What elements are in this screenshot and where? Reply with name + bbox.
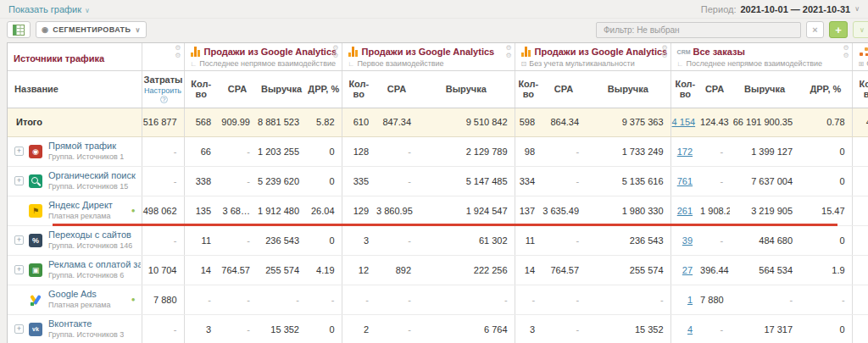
source-name-link[interactable]: Google Ads (48, 289, 111, 301)
group-ga-no-multichannel: Продажи из Google Analytics ⊡Без учета м… (515, 43, 670, 70)
expand-row-button[interactable]: + (14, 147, 24, 156)
top-bar: Показать график∨ Период: 2021-10-01 — 20… (0, 0, 868, 19)
column-header-count[interactable]: Кол-во (515, 70, 542, 108)
table-cell: 255 574 (257, 255, 306, 285)
table-cell: 61 302 (418, 225, 515, 255)
table-cell: 0 (306, 166, 342, 196)
source-name-link[interactable]: Вконтакте (48, 318, 124, 330)
expand-row-button[interactable]: + (14, 235, 24, 245)
table-cell: 9 375 363 (586, 108, 670, 136)
source-name-link[interactable]: Органический поиск (48, 170, 136, 182)
column-header-revenue[interactable]: Выручка (418, 70, 515, 108)
table-cell: - (376, 285, 418, 314)
source-name-cell: +ВконтактеГруппа. Источников 3 (8, 314, 142, 343)
source-name-link[interactable]: Переходы с сайтов (48, 230, 132, 241)
attribution-icon: ∟ (348, 60, 355, 68)
table-cell: 7 637 004 (730, 166, 799, 196)
table-cell: 864.34 (542, 108, 586, 136)
table-cell: - (218, 285, 257, 314)
segment-button[interactable]: ◉ СЕГМЕНТИРОВАТЬ ∨ (36, 21, 147, 38)
column-header-count[interactable]: Кол-во (670, 70, 699, 108)
bar-chart-icon (191, 47, 201, 57)
column-settings-gears-icon[interactable]: ⚙⚙ (175, 44, 181, 59)
column-settings-gears-icon[interactable]: ⚙⚙ (332, 44, 338, 59)
table-cell: 0 (306, 225, 342, 255)
orders-count-link[interactable]: 172 (677, 147, 693, 157)
table-cell: 7 880 (699, 285, 730, 314)
group-subtitle: Без учета мультиканальности (529, 59, 634, 68)
table-cell: 761 (670, 166, 699, 196)
column-header-drr[interactable]: ДРР, % (799, 70, 852, 108)
column-settings-gears-icon[interactable]: ⚙⚙ (661, 44, 667, 59)
column-header-name[interactable]: Название (8, 70, 142, 108)
table-cell: 124.43 (699, 108, 730, 136)
show-chart-label: Показать график (8, 4, 81, 14)
column-header-drr[interactable]: ДРР, % (306, 70, 342, 108)
table-cell (852, 314, 868, 343)
expand-row-button[interactable]: + (14, 324, 24, 334)
column-header-count[interactable]: Кол-во (342, 70, 376, 108)
help-icon[interactable]: ? (160, 96, 168, 103)
configure-costs-link[interactable]: Настроить (144, 86, 181, 95)
table-cell: - (306, 285, 342, 314)
group-title: Продажи из Google Analytics (204, 47, 337, 57)
orders-count-link[interactable]: 1 (687, 295, 693, 305)
add-filter-button[interactable]: + (829, 21, 848, 38)
column-settings-gears-icon[interactable]: ⚙⚙ (505, 44, 511, 59)
source-name-link[interactable]: Яндекс Директ (48, 200, 113, 212)
table-cell: 1 908.28 (699, 196, 730, 225)
group-all-orders: CRMВсе заказы ∟Последнее непрямое взаимо… (670, 43, 852, 70)
table-cell: 909.99 (218, 108, 257, 136)
table-cell: 12 (342, 255, 376, 285)
filter-menu-button[interactable]: ∨ (853, 21, 868, 38)
table-cell: 3 635.49 (542, 196, 586, 225)
orders-count-link[interactable]: 39 (682, 235, 693, 246)
clear-filter-button[interactable]: × (806, 21, 824, 38)
table-cell: 1 980 330 (586, 196, 670, 225)
totals-row: Итого516 877568909.998 881 5235.82610847… (8, 108, 868, 136)
column-settings-gears-icon[interactable]: ⚙⚙ (843, 44, 849, 59)
column-header-costs[interactable]: Затраты Настроить? (142, 70, 184, 108)
column-header-revenue[interactable]: Выручка (730, 70, 799, 108)
table-cell: - (586, 285, 670, 314)
column-header-cpa[interactable]: CPA (542, 70, 586, 108)
table-cell: 484 680 (730, 225, 799, 255)
chevron-down-icon: ∨ (854, 5, 860, 13)
table-cell: 135 (184, 196, 218, 225)
totals-label: Итого (8, 108, 142, 136)
table-cell: 8 881 523 (257, 108, 306, 136)
table-cell: 1.9 (799, 255, 852, 285)
expand-row-button[interactable]: + (14, 265, 24, 274)
source-name-link[interactable]: Прямой трафик (48, 141, 124, 152)
table-cell: 498 062 (142, 196, 184, 225)
period-selector[interactable]: Период: 2021-10-01 — 2021-10-31 ∨ (701, 4, 860, 14)
table-cell: 338 (184, 166, 218, 196)
table-cell: 5 239 620 (257, 166, 306, 196)
column-header-cpa[interactable]: CPA (376, 70, 418, 108)
orders-count-link[interactable]: 261 (677, 206, 693, 216)
orders-count-link[interactable]: 761 (677, 176, 693, 186)
table-cell: 5 135 616 (586, 166, 670, 196)
orders-count-link[interactable]: 4 (687, 324, 693, 335)
table-cell: 334 (515, 166, 542, 196)
table-cell: 610 (342, 108, 376, 136)
export-table-button[interactable] (7, 21, 31, 38)
table-cell: 17 317 (730, 314, 799, 343)
orders-count-link[interactable]: 27 (682, 265, 693, 275)
table-cell: - (542, 285, 586, 314)
direct-traffic-icon (29, 145, 42, 158)
orders-count-link[interactable]: 4 154 (672, 117, 696, 127)
filter-input[interactable] (596, 22, 801, 38)
table-cell: 1 912 480 (257, 196, 306, 225)
column-header-count[interactable]: Кол-во (852, 70, 868, 108)
table-cell: 66 (184, 136, 218, 166)
column-header-count[interactable]: Кол-во (184, 70, 218, 108)
source-name-link[interactable]: Реклама с оплатой за клик (48, 259, 141, 271)
expand-row-button[interactable]: + (14, 176, 24, 185)
column-header-cpa[interactable]: CPA (699, 70, 730, 108)
table-cell: 4 (670, 314, 699, 343)
show-chart-link[interactable]: Показать график∨ (8, 4, 90, 14)
column-header-cpa[interactable]: CPA (218, 70, 257, 108)
column-header-revenue[interactable]: Выручка (257, 70, 306, 108)
column-header-revenue[interactable]: Выручка (586, 70, 670, 108)
